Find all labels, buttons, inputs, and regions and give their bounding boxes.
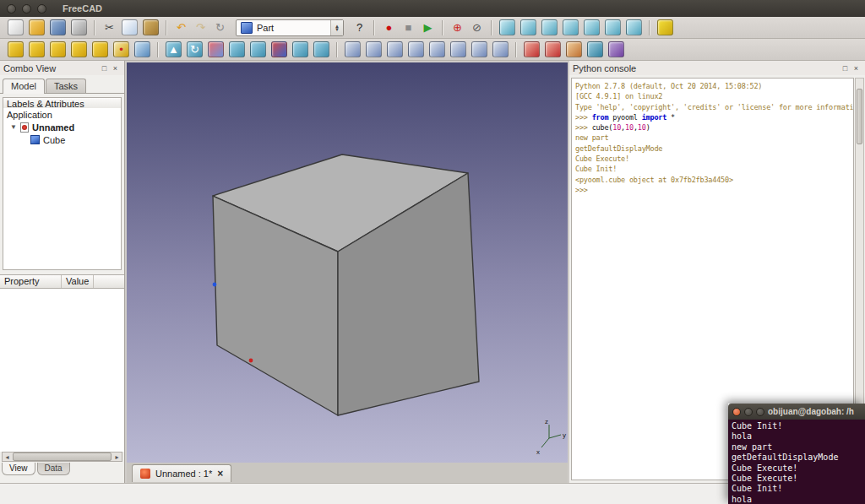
panel-close-icon[interactable]: × bbox=[110, 62, 121, 73]
redo-button[interactable]: ↷ bbox=[192, 19, 209, 36]
tab-model[interactable]: Model bbox=[3, 79, 45, 94]
rear-view-button[interactable] bbox=[584, 19, 600, 35]
ruled-surface-button[interactable] bbox=[271, 41, 287, 57]
top-view-button[interactable] bbox=[541, 19, 558, 35]
window-maximize-button[interactable] bbox=[37, 4, 46, 14]
toggle-measurement-delta-button[interactable] bbox=[608, 41, 624, 57]
copy-button[interactable] bbox=[122, 19, 138, 35]
boolean-union-button[interactable] bbox=[408, 41, 424, 57]
terminal-line: hola bbox=[732, 431, 862, 442]
torus-button[interactable] bbox=[92, 41, 108, 57]
tab-data[interactable]: Data bbox=[37, 463, 70, 475]
terminal-output[interactable]: Cube Init!holanew partgetDefaultDisplayM… bbox=[728, 420, 865, 504]
panel-float-icon[interactable]: □ bbox=[840, 62, 851, 73]
3d-viewport[interactable]: z y x bbox=[127, 62, 568, 463]
expander-icon[interactable]: ▼ bbox=[10, 123, 17, 131]
horizontal-scrollbar[interactable]: ◂ ▸ bbox=[2, 452, 122, 462]
chamfer-button[interactable] bbox=[250, 41, 266, 57]
boolean-button[interactable] bbox=[366, 41, 382, 57]
scroll-left-icon[interactable]: ◂ bbox=[3, 453, 12, 461]
toolbar-separator bbox=[157, 42, 159, 57]
mirror-button[interactable] bbox=[208, 41, 224, 57]
scrollbar-thumb[interactable] bbox=[13, 453, 112, 461]
create-primitives-button[interactable]: • bbox=[113, 41, 129, 57]
console-line: >>> cube(10,10,10) bbox=[575, 122, 850, 133]
terminal-minimize-button[interactable] bbox=[744, 408, 753, 416]
thickness-button[interactable] bbox=[492, 41, 509, 57]
console-line: [GCC 4.9.1] on linux2 bbox=[575, 91, 850, 101]
fillet-button[interactable] bbox=[229, 41, 245, 57]
workbench-spinner-icon[interactable]: ▲▼ bbox=[330, 20, 343, 35]
property-column-header[interactable]: Property bbox=[0, 275, 62, 288]
save-document-button[interactable] bbox=[50, 19, 66, 35]
measure-angular-button[interactable] bbox=[545, 41, 561, 57]
scrollbar-thumb[interactable] bbox=[857, 89, 862, 144]
print-button[interactable] bbox=[71, 19, 87, 35]
cross-sections-button[interactable] bbox=[471, 41, 487, 57]
freecad-document-icon bbox=[140, 469, 150, 479]
axonometric-view-button[interactable] bbox=[499, 19, 515, 35]
extrude-button[interactable]: ▲ bbox=[166, 41, 182, 57]
compound-button[interactable] bbox=[345, 41, 361, 57]
open-document-button[interactable] bbox=[29, 19, 45, 35]
bottom-view-button[interactable] bbox=[605, 19, 621, 35]
toolbar-separator bbox=[373, 20, 375, 35]
box-button[interactable] bbox=[8, 41, 24, 57]
sweep-button[interactable] bbox=[313, 41, 329, 57]
document-tab[interactable]: Unnamed : 1* × bbox=[132, 464, 231, 482]
macro-record-button[interactable]: ● bbox=[380, 19, 398, 36]
workbench-selector[interactable]: Part ▲▼ bbox=[236, 19, 344, 36]
tree-item-document[interactable]: ▼ Unnamed bbox=[3, 121, 121, 133]
console-line: >>> from pyooml import * bbox=[575, 112, 850, 122]
tab-tasks[interactable]: Tasks bbox=[46, 79, 86, 93]
tree-item-cube[interactable]: Cube bbox=[3, 133, 121, 146]
right-view-button[interactable] bbox=[563, 19, 579, 35]
boolean-common-button[interactable] bbox=[429, 41, 445, 57]
draw-style-button[interactable]: ⊘ bbox=[468, 19, 486, 36]
left-view-button[interactable] bbox=[626, 19, 642, 35]
boolean-cut-button[interactable] bbox=[387, 41, 403, 57]
panel-close-icon[interactable]: × bbox=[851, 62, 862, 73]
revolve-button[interactable]: ↻ bbox=[187, 41, 203, 57]
window-close-button[interactable] bbox=[7, 4, 16, 14]
refresh-button[interactable]: ↻ bbox=[211, 19, 229, 36]
value-column-header[interactable]: Value bbox=[62, 275, 94, 288]
freecad-window: FreeCAD ✂↶↷↻ Part ▲▼ ?●■▶⊕⊘ •▲↻ Combo Vi… bbox=[0, 0, 865, 504]
cut-button[interactable]: ✂ bbox=[101, 19, 118, 36]
terminal-close-button[interactable] bbox=[732, 408, 741, 416]
toolbar-separator bbox=[336, 42, 338, 57]
toolbar-separator bbox=[649, 20, 650, 35]
axis-x-label: x bbox=[536, 448, 540, 456]
panel-float-icon[interactable]: □ bbox=[99, 62, 110, 73]
toggle-measurement-3d-button[interactable] bbox=[587, 41, 603, 57]
shape-builder-button[interactable] bbox=[134, 41, 150, 57]
terminal-titlebar: obijuan@dagobah: /h bbox=[728, 404, 865, 420]
console-line: <pyooml.cube object at 0x7fb2fb3a4450> bbox=[575, 175, 850, 185]
refresh-measurement-button[interactable] bbox=[566, 41, 582, 57]
tab-view[interactable]: View bbox=[2, 463, 35, 475]
paste-button[interactable] bbox=[143, 19, 159, 35]
fit-all-button[interactable]: ⊕ bbox=[449, 19, 466, 36]
tree-cube-label: Cube bbox=[43, 135, 65, 145]
macro-stop-button[interactable]: ■ bbox=[400, 19, 417, 36]
whats-this-button[interactable]: ? bbox=[351, 19, 368, 36]
terminal-line: getDefaultDisplayMode bbox=[732, 453, 862, 463]
undo-button[interactable]: ↶ bbox=[172, 19, 190, 36]
console-line: new part bbox=[575, 133, 850, 143]
document-tab-close-icon[interactable]: × bbox=[217, 468, 223, 480]
macro-debug-button[interactable]: ▶ bbox=[419, 19, 437, 36]
scroll-right-icon[interactable]: ▸ bbox=[112, 453, 122, 461]
window-minimize-button[interactable] bbox=[22, 4, 31, 14]
measure-linear-button[interactable] bbox=[524, 41, 540, 57]
new-document-button[interactable] bbox=[8, 19, 24, 35]
cylinder-button[interactable] bbox=[29, 41, 45, 57]
terminal-maximize-button[interactable] bbox=[756, 408, 764, 416]
measure-distance-button[interactable] bbox=[657, 19, 673, 35]
cone-button[interactable] bbox=[71, 41, 87, 57]
sphere-button[interactable] bbox=[50, 41, 66, 57]
terminal-window[interactable]: obijuan@dagobah: /h Cube Init!holanew pa… bbox=[728, 404, 865, 504]
tree-item-application[interactable]: Application bbox=[3, 108, 121, 121]
loft-button[interactable] bbox=[292, 41, 308, 57]
front-view-button[interactable] bbox=[520, 19, 536, 35]
section-button[interactable] bbox=[450, 41, 466, 57]
